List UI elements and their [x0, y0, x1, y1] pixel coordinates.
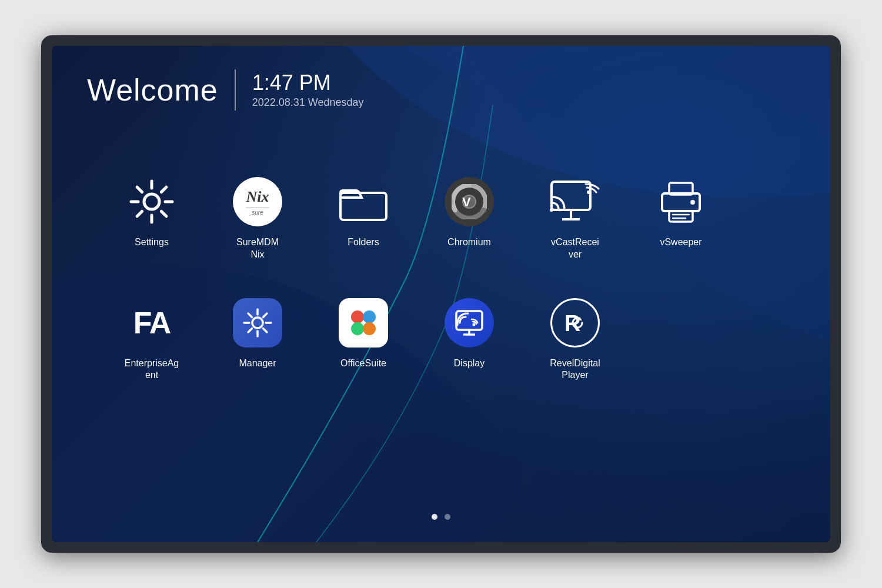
svg-point-35 — [351, 310, 364, 323]
svg-point-38 — [363, 322, 376, 335]
page-indicators — [432, 514, 450, 520]
page-dot-2[interactable] — [445, 514, 450, 520]
welcome-text: Welcome — [87, 72, 218, 108]
svg-point-26 — [252, 318, 263, 328]
display-label: Display — [454, 358, 485, 370]
svg-point-43 — [473, 323, 476, 326]
svg-line-7 — [161, 187, 166, 192]
svg-point-36 — [363, 310, 376, 323]
svg-line-8 — [137, 211, 142, 216]
enterprise-icon: FA — [125, 296, 178, 349]
chromium-label: Chromium — [447, 236, 491, 249]
app-manager[interactable]: Manager — [205, 285, 310, 394]
datetime-block: 1:47 PM 2022.08.31 Wednesday — [252, 71, 364, 109]
vsweeper-label: vSweeper — [660, 236, 701, 249]
suremdm-icon: Nix sure — [231, 175, 284, 228]
settings-icon — [125, 175, 178, 228]
app-suremdm[interactable]: Nix sure SureMDMNix — [205, 163, 310, 273]
svg-point-16 — [550, 208, 553, 212]
enterprise-label: EnterpriseAgent — [125, 358, 179, 382]
vsweeper-icon — [654, 175, 707, 228]
svg-line-32 — [263, 328, 267, 332]
svg-point-19 — [587, 191, 590, 194]
manager-icon — [231, 296, 284, 349]
folders-label: Folders — [348, 236, 379, 249]
app-vcast[interactable]: vCastReceiver — [522, 163, 628, 273]
svg-line-33 — [263, 313, 267, 317]
manager-label: Manager — [239, 358, 276, 370]
officesuite-label: OfficeSuite — [340, 358, 386, 370]
app-enterpriseagent[interactable]: FA EnterpriseAgent — [99, 285, 205, 394]
page-dot-1[interactable] — [432, 514, 437, 520]
tv-screen: Welcome 1:47 PM 2022.08.31 Wednesday — [52, 46, 830, 542]
date-display: 2022.08.31 Wednesday — [252, 96, 364, 109]
apps-row-2: FA EnterpriseAgent — [99, 285, 783, 394]
apps-container: Settings Nix sure SureMDMNix — [52, 163, 830, 405]
app-vsweeper[interactable]: vSweeper — [628, 163, 734, 273]
time-display: 1:47 PM — [252, 71, 364, 95]
app-chromium[interactable]: V Chromium — [416, 163, 522, 273]
svg-point-25 — [690, 200, 695, 205]
vcast-icon — [549, 175, 602, 228]
app-settings[interactable]: Settings — [99, 163, 205, 273]
svg-line-31 — [248, 313, 252, 317]
app-reveldigital[interactable]: R RevelDigitalPlayer — [522, 285, 628, 394]
chromium-icon: V — [443, 175, 496, 228]
officesuite-icon — [337, 296, 390, 349]
svg-point-0 — [144, 194, 159, 209]
tv-bezel: Welcome 1:47 PM 2022.08.31 Wednesday — [41, 35, 841, 553]
svg-text:V: V — [462, 195, 471, 209]
vcast-label: vCastReceiver — [551, 236, 599, 261]
settings-label: Settings — [135, 236, 169, 249]
svg-line-5 — [137, 187, 142, 192]
header: Welcome 1:47 PM 2022.08.31 Wednesday — [87, 69, 364, 111]
display-icon — [443, 296, 496, 349]
app-folders[interactable]: Folders — [310, 163, 416, 273]
apps-row-1: Settings Nix sure SureMDMNix — [99, 163, 783, 273]
folders-icon — [337, 175, 390, 228]
svg-rect-22 — [669, 211, 693, 222]
header-divider — [235, 69, 236, 111]
revel-label: RevelDigitalPlayer — [550, 358, 600, 382]
app-display[interactable]: Display — [416, 285, 522, 394]
suremdm-label: SureMDMNix — [236, 236, 279, 261]
svg-line-34 — [248, 328, 252, 332]
svg-line-6 — [161, 211, 166, 216]
app-officesuite[interactable]: OfficeSuite — [310, 285, 416, 394]
revel-icon: R — [549, 296, 602, 349]
svg-point-37 — [351, 322, 364, 335]
